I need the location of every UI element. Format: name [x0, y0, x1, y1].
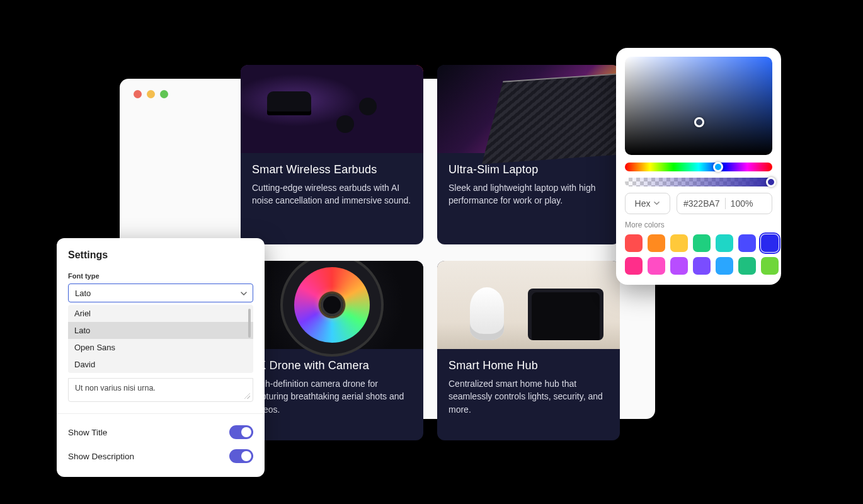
saturation-value-area[interactable] [625, 57, 772, 155]
font-option[interactable]: David [68, 356, 253, 373]
color-swatch[interactable] [625, 234, 643, 252]
description-text: Ut non varius nisi urna. [75, 384, 156, 392]
color-swatch[interactable] [625, 257, 643, 275]
alpha-handle-icon[interactable] [766, 177, 776, 187]
swatch-grid [625, 234, 772, 275]
color-swatch[interactable] [693, 234, 711, 252]
product-description: High-definition camera drone for capturi… [252, 377, 412, 416]
product-image [437, 65, 620, 153]
description-textarea[interactable]: Ut non varius nisi urna. [68, 378, 253, 402]
product-image [241, 261, 423, 349]
hue-slider[interactable] [625, 163, 772, 171]
font-type-label: Font type [68, 272, 253, 280]
font-type-select[interactable]: Lato [68, 284, 253, 302]
product-card[interactable]: Smart Home Hub Centralized smart home hu… [437, 261, 620, 440]
show-title-row: Show Title [57, 420, 265, 444]
chevron-down-icon [653, 198, 660, 209]
color-swatch[interactable] [738, 234, 756, 252]
product-card[interactable]: Smart Wireless Earbuds Cutting-edge wire… [241, 65, 423, 244]
product-title: 4K Drone with Camera [252, 359, 412, 372]
hex-value: #322BA7 [683, 198, 720, 209]
product-image [241, 65, 423, 153]
product-description: Cutting-edge wireless earbuds with AI no… [252, 181, 412, 207]
color-swatch[interactable] [761, 234, 779, 252]
color-swatch[interactable] [716, 234, 733, 252]
minimize-icon[interactable] [147, 90, 155, 98]
color-swatch[interactable] [670, 257, 688, 275]
settings-panel: Settings Font type Lato Ariel Lato Open … [57, 238, 265, 477]
sv-handle-icon[interactable] [694, 117, 704, 127]
hue-handle-icon[interactable] [713, 162, 723, 172]
color-swatch[interactable] [670, 234, 688, 252]
more-colors-label: More colors [625, 220, 772, 229]
product-title: Ultra-Slim Laptop [449, 163, 609, 176]
hex-input[interactable]: #322BA7 100% [677, 193, 772, 214]
font-option[interactable]: Open Sans [68, 339, 253, 356]
color-swatch[interactable] [693, 257, 711, 275]
product-card[interactable]: Ultra-Slim Laptop Sleek and lightweight … [437, 65, 620, 244]
color-swatch[interactable] [738, 257, 756, 275]
font-option[interactable]: Ariel [68, 305, 253, 322]
font-type-value: Lato [75, 289, 91, 298]
product-image [437, 261, 620, 349]
settings-title: Settings [68, 249, 253, 261]
show-description-row: Show Description [57, 444, 265, 468]
product-title: Smart Wireless Earbuds [252, 163, 412, 176]
show-title-label: Show Title [68, 428, 107, 437]
product-grid: Smart Wireless Earbuds Cutting-edge wire… [241, 65, 620, 440]
color-format-select[interactable]: Hex [625, 193, 670, 214]
maximize-icon[interactable] [160, 90, 168, 98]
show-title-toggle[interactable] [229, 425, 253, 439]
chevron-down-icon [240, 290, 246, 296]
divider [57, 413, 265, 414]
product-description: Sleek and lightweight laptop with high p… [449, 181, 609, 207]
font-type-dropdown: Ariel Lato Open Sans David [68, 305, 253, 373]
color-swatch[interactable] [716, 257, 733, 275]
color-format-value: Hex [635, 198, 651, 209]
color-swatch[interactable] [648, 257, 665, 275]
alpha-slider[interactable] [625, 178, 772, 186]
color-swatch[interactable] [648, 234, 665, 252]
separator [725, 198, 726, 209]
color-picker: Hex #322BA7 100% More colors [616, 48, 781, 285]
close-icon[interactable] [134, 90, 142, 98]
alpha-value: 100% [731, 198, 753, 209]
color-swatch[interactable] [761, 257, 779, 275]
product-title: Smart Home Hub [449, 359, 609, 372]
show-description-toggle[interactable] [229, 449, 253, 463]
font-option[interactable]: Lato [68, 322, 253, 339]
product-description: Centralized smart home hub that seamless… [449, 377, 609, 416]
show-description-label: Show Description [68, 452, 134, 461]
product-card[interactable]: 4K Drone with Camera High-definition cam… [241, 261, 423, 440]
dropdown-scrollbar[interactable] [248, 309, 251, 338]
